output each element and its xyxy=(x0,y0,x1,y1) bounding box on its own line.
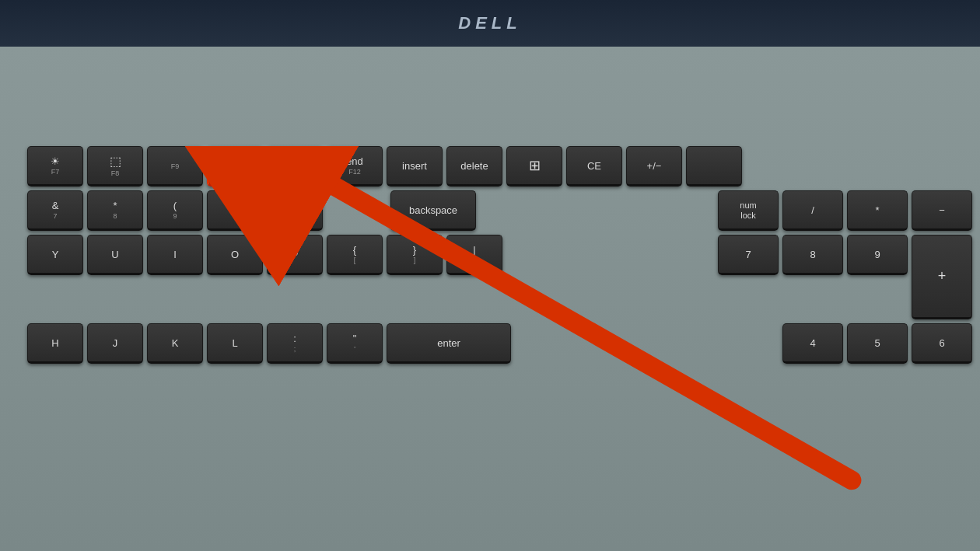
key-amp-7[interactable]: & 7 xyxy=(27,190,83,231)
key-i[interactable]: I xyxy=(147,235,203,275)
key-numminus[interactable]: − xyxy=(912,190,972,231)
key-0-sub: 0 xyxy=(233,212,236,220)
key-lbrace-sub: [ xyxy=(354,256,356,264)
key-prtsc-sub: F10 xyxy=(229,169,241,176)
key-numlock-main: num xyxy=(740,201,756,210)
key-end-main: end xyxy=(346,155,363,167)
key-j[interactable]: J xyxy=(87,323,143,364)
key-rbrace-sub: ] xyxy=(414,256,416,264)
key-end[interactable]: end F12 xyxy=(327,146,383,187)
key-bslash[interactable]: | \ xyxy=(446,235,502,275)
key-num9-label: 9 xyxy=(874,249,880,260)
key-num4[interactable]: 4 xyxy=(782,323,843,364)
key-prtsc[interactable]: prt sc F10 xyxy=(207,146,263,187)
key-num6[interactable]: 6 xyxy=(912,323,972,364)
key-9-sub: 9 xyxy=(173,212,177,220)
key-numlock[interactable]: num lock xyxy=(718,190,779,231)
key-l[interactable]: L xyxy=(207,323,263,364)
key-num6-label: 6 xyxy=(939,337,944,349)
key-rp-main: ) xyxy=(233,200,236,211)
number-key-row: & 7 * 8 ( 9 ) 0 _ − xyxy=(8,190,972,231)
key-extra[interactable] xyxy=(686,146,742,187)
key-numminus-main: − xyxy=(939,204,945,216)
key-p[interactable]: P xyxy=(267,235,323,275)
key-num9[interactable]: 9 xyxy=(847,235,908,275)
key-bslash-sub: \ xyxy=(474,256,476,264)
key-f9[interactable]: F9 xyxy=(147,146,203,187)
key-lbrace-main: { xyxy=(353,244,356,256)
key-delete-main: delete xyxy=(460,160,488,172)
key-enter-label: enter xyxy=(437,337,460,349)
key-f7-main: ☀ xyxy=(51,155,60,167)
key-amp-main: & xyxy=(52,200,59,211)
key-8-sub: 8 xyxy=(113,212,117,220)
key-f8-main: ⬚ xyxy=(110,154,121,169)
key-enter[interactable]: enter xyxy=(387,323,511,364)
key-quote[interactable]: " ' xyxy=(327,323,383,364)
key-o[interactable]: O xyxy=(207,235,263,275)
key-numstar[interactable]: * xyxy=(847,190,908,231)
key-rbrace-main: } xyxy=(413,244,416,256)
key-u[interactable]: U xyxy=(87,235,143,275)
key-num7-label: 7 xyxy=(745,249,751,260)
key-f9-sub: F9 xyxy=(171,162,180,170)
yuiop-row: Y U I O P { [ } xyxy=(8,235,972,319)
key-lp-9[interactable]: ( 9 xyxy=(147,190,203,231)
key-backspace-main: backspace xyxy=(409,204,457,216)
key-h-label: H xyxy=(51,337,58,349)
key-lp-main: ( xyxy=(173,200,177,211)
key-quote-sub: ' xyxy=(354,345,355,353)
key-k[interactable]: K xyxy=(147,323,203,364)
key-num5[interactable]: 5 xyxy=(847,323,908,364)
key-ce[interactable]: CE xyxy=(566,146,622,187)
key-star-8[interactable]: * 8 xyxy=(87,190,143,231)
key-num7[interactable]: 7 xyxy=(718,235,779,275)
key-dash[interactable]: _ − xyxy=(267,190,323,231)
key-calc[interactable]: ⊞ xyxy=(506,146,562,187)
key-lbrace[interactable]: { [ xyxy=(327,235,383,275)
key-numslash[interactable]: / xyxy=(782,190,843,231)
key-insert[interactable]: insert xyxy=(387,146,443,187)
key-delete[interactable]: delete xyxy=(446,146,502,187)
laptop-body: DELL ☀ F7 ⬚ F8 F9 xyxy=(0,0,980,551)
key-i-label: I xyxy=(173,249,177,260)
key-num5-label: 5 xyxy=(874,337,880,349)
key-f8[interactable]: ⬚ F8 xyxy=(87,146,143,187)
key-rbrace[interactable]: } ] xyxy=(387,235,443,275)
key-dash-sub: − xyxy=(292,212,296,220)
key-colon[interactable]: : ; xyxy=(267,323,323,364)
key-u-label: U xyxy=(111,249,118,260)
key-f7[interactable]: ☀ F7 xyxy=(27,146,83,187)
key-bslash-main: | xyxy=(473,244,475,256)
key-ce-main: CE xyxy=(587,160,601,172)
key-num8[interactable]: 8 xyxy=(782,235,843,275)
key-colon-main: : xyxy=(293,333,296,344)
key-home-main: home xyxy=(282,160,308,172)
key-plusminus[interactable]: +/− xyxy=(626,146,682,187)
key-l-label: L xyxy=(232,337,237,349)
key-f8-sub: F8 xyxy=(111,169,120,177)
key-h[interactable]: H xyxy=(27,323,83,364)
keyboard-area: ☀ F7 ⬚ F8 F9 prt sc F10 home xyxy=(0,47,980,551)
key-j-label: J xyxy=(113,337,118,349)
key-numslash-main: / xyxy=(811,204,814,216)
key-end-sub: F12 xyxy=(348,168,361,176)
key-k-label: K xyxy=(172,337,179,349)
dell-logo: DELL xyxy=(458,13,521,33)
key-y[interactable]: Y xyxy=(27,235,83,275)
key-dash-main: _ xyxy=(292,200,297,211)
key-rp-0[interactable]: ) 0 xyxy=(207,190,263,231)
key-7-sub: 7 xyxy=(53,212,57,220)
key-p-label: P xyxy=(292,249,299,260)
key-quote-main: " xyxy=(353,333,357,344)
key-calc-main: ⊞ xyxy=(529,157,541,174)
key-plusminus-main: +/− xyxy=(647,160,662,172)
key-prtsc-main: prt sc xyxy=(222,156,247,168)
fn-key-row: ☀ F7 ⬚ F8 F9 prt sc F10 home xyxy=(8,146,972,187)
key-backspace[interactable]: backspace xyxy=(390,190,476,231)
key-f7-sub: F7 xyxy=(51,168,60,176)
key-numplus[interactable]: + xyxy=(912,235,972,319)
hjkl-row: H J K L : ; " ' xyxy=(8,323,972,364)
key-star-main: * xyxy=(113,200,117,211)
key-home[interactable]: home xyxy=(267,146,323,187)
